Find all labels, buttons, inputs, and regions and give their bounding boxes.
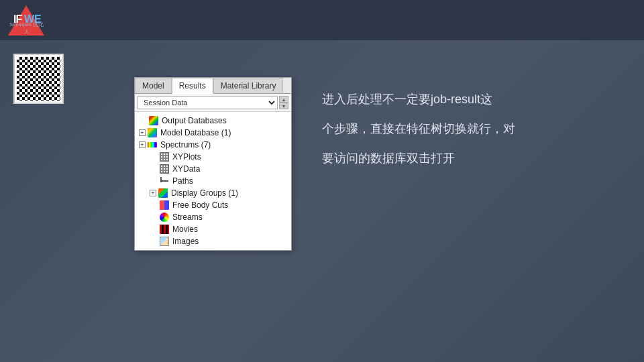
- svg-rect-1: [160, 177, 162, 182]
- tab-model[interactable]: Model: [135, 78, 172, 93]
- spectrums-icon: [147, 140, 158, 149]
- session-dropdown[interactable]: Session Data: [138, 96, 278, 109]
- content-line2: 个步骤，直接在特征树切换就行，对: [322, 117, 617, 141]
- paths-icon: [159, 176, 170, 186]
- images-icon: [159, 237, 170, 246]
- qr-code: [13, 54, 64, 104]
- paths-label: Paths: [172, 176, 193, 186]
- output-db-icon: [148, 116, 159, 125]
- expand-display-groups[interactable]: +: [150, 190, 156, 196]
- images-spacer: [150, 237, 158, 245]
- qr-image: [17, 57, 60, 101]
- tree-item-xydata[interactable]: XYData: [146, 163, 291, 175]
- scroll-buttons: ▲ ▼: [279, 96, 288, 109]
- tree-item-images[interactable]: Images: [146, 235, 291, 247]
- fbc-icon: [159, 200, 170, 210]
- tree-item-free-body-cuts[interactable]: Free Body Cuts: [146, 199, 291, 211]
- tree-item-paths[interactable]: Paths: [146, 175, 291, 187]
- display-groups-label: Display Groups (1): [171, 188, 238, 198]
- output-db-label: Output Databases: [162, 116, 227, 125]
- content-line1: 进入后处理不一定要job-result这: [322, 87, 617, 111]
- tree-item-streams[interactable]: Streams: [146, 211, 291, 223]
- tree-item-spectrums[interactable]: + Spectrums (7): [135, 139, 291, 151]
- movies-label: Movies: [172, 225, 198, 234]
- streams-spacer: [150, 213, 158, 221]
- scroll-down-button[interactable]: ▼: [279, 103, 288, 109]
- tree-item-output-db[interactable]: Output Databases: [135, 115, 291, 127]
- streams-label: Streams: [172, 213, 203, 222]
- xydata-spacer: [150, 165, 158, 173]
- content-text: 进入后处理不一定要job-result这 个步骤，直接在特征树切换就行，对 要访…: [322, 87, 617, 176]
- session-panel: Model Results Material Library Session D…: [134, 77, 292, 251]
- images-label: Images: [172, 237, 199, 246]
- expand-spacer: [139, 117, 147, 125]
- scroll-up-button[interactable]: ▲: [279, 96, 288, 103]
- xyplots-label: XYPlots: [172, 152, 201, 162]
- spectrums-label: Spectrums (7): [160, 140, 211, 149]
- panel-tabs: Model Results Material Library: [135, 78, 291, 94]
- model-db-icon: [147, 128, 158, 137]
- tab-results[interactable]: Results: [172, 78, 213, 94]
- tree-item-movies[interactable]: Movies: [146, 223, 291, 235]
- movies-icon: [159, 225, 170, 234]
- streams-icon: [159, 213, 170, 222]
- xydata-icon: [159, 164, 170, 174]
- tree-item-model-db[interactable]: + Model Database (1): [135, 127, 291, 139]
- logo-subtitle: Simequis 优化人: [8, 21, 45, 36]
- tree-view: Output Databases + Model Database (1) + …: [135, 112, 291, 250]
- tree-item-xyplots[interactable]: XYPlots: [146, 151, 291, 163]
- expand-model-db[interactable]: +: [139, 129, 146, 136]
- dropdown-row: Session Data ▲ ▼: [135, 94, 291, 112]
- fbc-label: Free Body Cuts: [172, 200, 228, 210]
- xyplots-icon: [159, 152, 170, 162]
- logo: IF WE Simequis 优化人: [8, 5, 45, 36]
- xyplots-spacer: [150, 153, 158, 161]
- display-groups-icon: [158, 188, 168, 198]
- paths-spacer: [150, 177, 158, 185]
- model-db-label: Model Database (1): [160, 128, 231, 137]
- content-line3: 要访问的数据库双击打开: [322, 146, 617, 170]
- tree-item-display-groups[interactable]: + Display Groups (1): [146, 187, 291, 199]
- xydata-label: XYData: [172, 164, 200, 174]
- expand-spectrums[interactable]: +: [139, 141, 146, 148]
- fbc-spacer: [150, 201, 158, 209]
- tab-material-library[interactable]: Material Library: [213, 78, 284, 93]
- top-bar: IF WE Simequis 优化人: [0, 0, 644, 40]
- movies-spacer: [150, 225, 158, 233]
